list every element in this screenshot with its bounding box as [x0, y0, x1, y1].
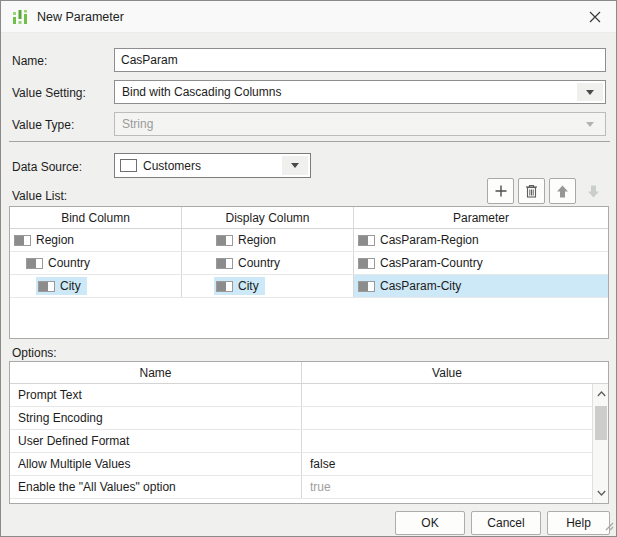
field-icon [216, 258, 233, 269]
value-type-value: String [115, 117, 605, 131]
column-header-bind-column: Bind Column [10, 207, 182, 228]
scroll-up-icon[interactable] [593, 386, 609, 402]
trash-icon [525, 184, 538, 198]
scroll-down-icon[interactable] [593, 485, 609, 501]
dialog-title: New Parameter [37, 1, 124, 33]
field-icon [358, 281, 375, 292]
resize-grip[interactable] [603, 520, 614, 534]
value-type-label: Value Type: [12, 118, 74, 132]
scrollbar-thumb[interactable] [595, 406, 607, 440]
value-type-dropdown-button [577, 115, 603, 133]
display-column-cell[interactable]: Region [182, 229, 354, 251]
data-source-label: Data Source: [12, 160, 82, 174]
parameter-cell[interactable]: CasParam-Country [354, 252, 608, 274]
option-name-cell: String Encoding [10, 407, 302, 429]
options-rows: Prompt Text String Encoding User Defined… [10, 384, 608, 499]
options-header-scroll-spacer [592, 362, 608, 383]
field-icon [216, 235, 233, 246]
parameter-sliders-icon [11, 8, 29, 26]
data-source-dropdown[interactable]: Customers [114, 153, 311, 178]
ok-button[interactable]: OK [395, 511, 465, 535]
field-icon [38, 281, 55, 292]
value-list-rows: Region Region CasParam-Region Country Co… [10, 229, 608, 298]
option-name-cell: Enable the "All Values" option [10, 476, 302, 498]
column-header-parameter: Parameter [354, 207, 608, 228]
column-header-name: Name [10, 362, 302, 383]
bind-column-cell[interactable]: Region [10, 229, 182, 251]
option-name-cell: User Defined Format [10, 430, 302, 452]
options-header-row: Name Value [10, 362, 608, 384]
value-list-row[interactable]: Country Country CasParam-Country [10, 252, 608, 275]
value-list-row[interactable]: City City CasParam-City [10, 275, 608, 298]
option-name-cell: Allow Multiple Values [10, 453, 302, 475]
close-button[interactable] [580, 1, 610, 32]
value-list-row[interactable]: Region Region CasParam-Region [10, 229, 608, 252]
option-value-cell[interactable]: false [302, 453, 592, 475]
option-name-cell: Prompt Text [10, 384, 302, 406]
chevron-down-icon [586, 90, 594, 95]
arrow-up-icon [556, 185, 569, 198]
title-bar: New Parameter [1, 1, 616, 33]
new-parameter-dialog: New Parameter Name: Value Setting: Bind … [0, 0, 617, 537]
column-header-display-column: Display Column [182, 207, 354, 228]
value-setting-dropdown-button[interactable] [577, 83, 603, 101]
options-scrollbar[interactable] [592, 384, 608, 503]
option-value-cell[interactable] [302, 407, 592, 429]
display-column-cell[interactable]: Country [182, 252, 354, 274]
section-divider [9, 141, 610, 142]
arrow-down-icon [587, 185, 600, 198]
table-icon [120, 159, 137, 172]
field-icon [216, 281, 233, 292]
bind-column-cell[interactable]: Country [10, 252, 182, 274]
field-icon [14, 235, 31, 246]
value-list-toolbar [487, 178, 607, 204]
field-icon [358, 258, 375, 269]
help-button[interactable]: Help [547, 511, 610, 535]
options-row[interactable]: Prompt Text [10, 384, 608, 407]
value-setting-label: Value Setting: [12, 86, 86, 100]
move-down-button [580, 178, 607, 204]
value-list-table: Bind Column Display Column Parameter Reg… [9, 206, 609, 339]
display-column-cell[interactable]: City [182, 275, 354, 297]
plus-icon [495, 185, 507, 197]
value-list-label: Value List: [12, 189, 67, 203]
option-value-cell[interactable]: true [302, 476, 592, 498]
options-row[interactable]: Allow Multiple Values false [10, 453, 608, 476]
delete-button[interactable] [518, 178, 545, 204]
name-label: Name: [12, 54, 47, 68]
option-value-cell[interactable] [302, 384, 592, 406]
options-label: Options: [12, 346, 57, 360]
options-row[interactable]: User Defined Format [10, 430, 608, 453]
option-value-cell[interactable] [302, 430, 592, 452]
chevron-down-icon [586, 122, 594, 127]
column-header-value: Value [302, 362, 592, 383]
parameter-cell[interactable]: CasParam-City [354, 275, 608, 297]
value-setting-dropdown[interactable]: Bind with Cascading Columns [114, 80, 606, 104]
options-row[interactable]: Enable the "All Values" option true [10, 476, 608, 499]
value-type-dropdown: String [114, 112, 606, 136]
options-table: Name Value Prompt Text String Encoding U… [9, 361, 609, 504]
field-icon [26, 258, 43, 269]
move-up-button[interactable] [549, 178, 576, 204]
value-setting-value: Bind with Cascading Columns [115, 85, 605, 99]
close-x-icon [589, 11, 601, 23]
data-source-dropdown-button[interactable] [282, 156, 308, 175]
parameter-cell[interactable]: CasParam-Region [354, 229, 608, 251]
value-list-header-row: Bind Column Display Column Parameter [10, 207, 608, 229]
bind-column-cell[interactable]: City [10, 275, 182, 297]
add-button[interactable] [487, 178, 514, 204]
cancel-button[interactable]: Cancel [471, 511, 541, 535]
options-row[interactable]: String Encoding [10, 407, 608, 430]
name-input[interactable] [114, 48, 606, 72]
field-icon [358, 235, 375, 246]
chevron-down-icon [291, 163, 299, 168]
